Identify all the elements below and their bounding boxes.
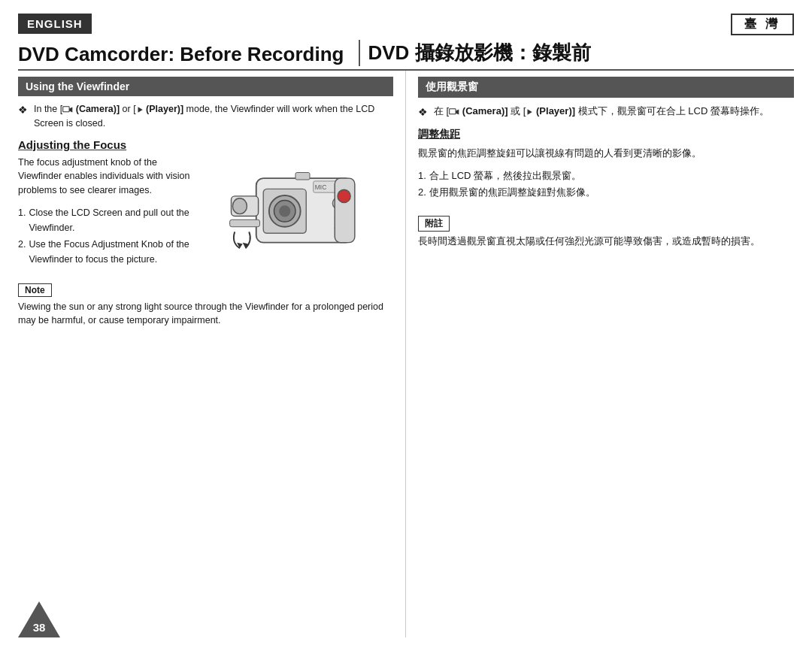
viewfinder-text-zh: ❖ 在 [ (Camera)] 或 [ (Player)] 模式下，觀景窗可在合…: [418, 104, 794, 120]
focus-step-1-zh: 1.合上 LCD 螢幕，然後拉出觀景窗。: [418, 168, 794, 184]
focus-content: The focus adjustment knob of the Viewfin…: [18, 156, 393, 276]
viewfinder-heading-en: Using the Viewfinder: [18, 77, 393, 96]
right-column: 使用觀景窗 ❖ 在 [ (Camera)] 或 [ (Player)] 模式下，…: [406, 71, 794, 637]
viewfinder-bullet-zh: 在 [ (Camera)] 或 [ (Player)] 模式下，觀景窗可在合上 …: [434, 104, 769, 120]
title-english: DVD Camcorder: Before Recording: [18, 43, 351, 66]
focus-step-1-en: 1.Close the LCD Screen and pull out the …: [18, 205, 198, 235]
bullet-diamond: ❖: [18, 102, 28, 118]
camera-illustration: MIC: [206, 156, 386, 276]
title-divider: [359, 40, 360, 66]
focus-description-zh: 觀景窗的焦距調整旋鈕可以讓視線有問題的人看到更清晰的影像。: [418, 146, 794, 162]
focus-step-2-zh: 2.使用觀景窗的焦距調整旋鈕對焦影像。: [418, 184, 794, 201]
note-label-en: Note: [18, 283, 52, 297]
svg-marker-23: [528, 109, 532, 115]
svg-text:38: 38: [33, 621, 46, 634]
camera-svg: MIC: [224, 156, 367, 276]
viewfinder-bullet-text: In the [ (Camera)] or [ (Player)] mode, …: [34, 102, 393, 131]
svg-marker-1: [69, 107, 72, 112]
note-box-en: Note Viewing the sun or any strong light…: [18, 283, 393, 329]
viewfinder-heading-zh: 使用觀景窗: [418, 77, 794, 98]
focus-step-2-en: 2.Use the Focus Adjustment Knob of the V…: [18, 237, 198, 267]
adjusting-focus-heading-en: Adjusting the Focus: [18, 138, 393, 151]
adjusting-focus-heading-zh: 調整焦距: [418, 128, 794, 141]
focus-text-left: The focus adjustment knob of the Viewfin…: [18, 156, 198, 276]
svg-rect-13: [295, 172, 310, 180]
note-box-zh: 附註 長時間透過觀景窗直視太陽或任何強烈光源可能導致傷害，或造成暫時的損害。: [418, 216, 794, 249]
svg-rect-10: [230, 220, 260, 227]
page-number-area: 38: [18, 601, 60, 637]
svg-marker-2: [138, 107, 142, 113]
svg-point-7: [279, 205, 290, 216]
taiwan-badge: 臺 灣: [731, 14, 794, 35]
focus-steps-en: 1.Close the LCD Screen and pull out the …: [18, 205, 198, 267]
svg-rect-21: [450, 108, 456, 114]
note-label-zh: 附註: [418, 216, 450, 232]
svg-point-20: [338, 189, 350, 202]
note-text-zh: 長時間透過觀景窗直視太陽或任何強烈光源可能導致傷害，或造成暫時的損害。: [418, 235, 794, 249]
focus-steps-zh: 1.合上 LCD 螢幕，然後拉出觀景窗。 2.使用觀景窗的焦距調整旋鈕對焦影像。: [418, 168, 794, 201]
english-badge: ENGLISH: [18, 14, 92, 34]
svg-rect-0: [63, 107, 69, 112]
viewfinder-text-en: ❖ In the [ (Camera)] or [ (Player)] mode…: [18, 102, 393, 131]
note-text-en: Viewing the sun or any strong light sour…: [18, 300, 393, 329]
left-column: Using the Viewfinder ❖ In the [ (Camera)…: [18, 71, 406, 637]
bullet-diamond-zh: ❖: [418, 104, 428, 120]
page-number-badge: 38: [18, 601, 60, 637]
title-chinese: DVD 攝錄放影機：錄製前: [368, 40, 590, 66]
svg-text:MIC: MIC: [315, 183, 327, 191]
svg-rect-19: [335, 178, 356, 243]
svg-point-9: [233, 198, 247, 213]
main-title-row: DVD Camcorder: Before Recording DVD 攝錄放影…: [18, 40, 794, 71]
focus-description-en: The focus adjustment knob of the Viewfin…: [18, 156, 198, 198]
svg-marker-22: [456, 109, 459, 114]
